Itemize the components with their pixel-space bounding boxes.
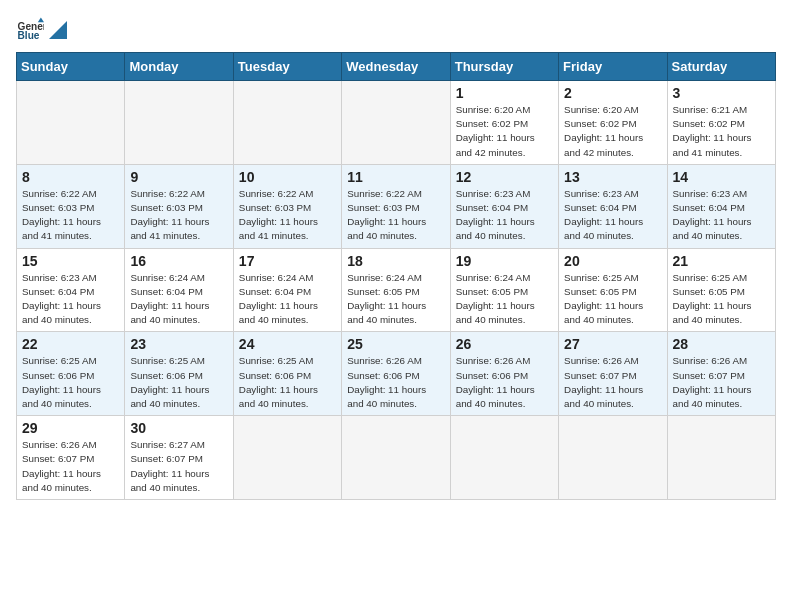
day-info: Sunrise: 6:26 AMSunset: 6:07 PMDaylight:… (22, 438, 119, 495)
calendar-day-cell: 20Sunrise: 6:25 AMSunset: 6:05 PMDayligh… (559, 248, 667, 332)
day-info: Sunrise: 6:20 AMSunset: 6:02 PMDaylight:… (564, 103, 661, 160)
day-info: Sunrise: 6:25 AMSunset: 6:06 PMDaylight:… (22, 354, 119, 411)
calendar-day-cell (233, 416, 341, 500)
calendar-day-cell: 11Sunrise: 6:22 AMSunset: 6:03 PMDayligh… (342, 164, 450, 248)
day-number: 20 (564, 253, 661, 269)
day-number: 8 (22, 169, 119, 185)
day-info: Sunrise: 6:26 AMSunset: 6:07 PMDaylight:… (673, 354, 770, 411)
calendar-day-cell: 16Sunrise: 6:24 AMSunset: 6:04 PMDayligh… (125, 248, 233, 332)
day-number: 21 (673, 253, 770, 269)
day-info: Sunrise: 6:25 AMSunset: 6:05 PMDaylight:… (673, 271, 770, 328)
day-number: 17 (239, 253, 336, 269)
day-number: 27 (564, 336, 661, 352)
day-number: 25 (347, 336, 444, 352)
calendar-day-cell: 30Sunrise: 6:27 AMSunset: 6:07 PMDayligh… (125, 416, 233, 500)
calendar-day-cell (342, 416, 450, 500)
calendar-week-row: 15Sunrise: 6:23 AMSunset: 6:04 PMDayligh… (17, 248, 776, 332)
calendar-day-cell: 17Sunrise: 6:24 AMSunset: 6:04 PMDayligh… (233, 248, 341, 332)
day-number: 15 (22, 253, 119, 269)
day-info: Sunrise: 6:25 AMSunset: 6:06 PMDaylight:… (239, 354, 336, 411)
calendar-day-cell: 24Sunrise: 6:25 AMSunset: 6:06 PMDayligh… (233, 332, 341, 416)
calendar-day-cell: 28Sunrise: 6:26 AMSunset: 6:07 PMDayligh… (667, 332, 775, 416)
day-number: 19 (456, 253, 553, 269)
calendar-day-cell: 25Sunrise: 6:26 AMSunset: 6:06 PMDayligh… (342, 332, 450, 416)
calendar-day-cell: 9Sunrise: 6:22 AMSunset: 6:03 PMDaylight… (125, 164, 233, 248)
calendar-day-cell: 15Sunrise: 6:23 AMSunset: 6:04 PMDayligh… (17, 248, 125, 332)
day-number: 3 (673, 85, 770, 101)
calendar-day-cell: 26Sunrise: 6:26 AMSunset: 6:06 PMDayligh… (450, 332, 558, 416)
day-number: 24 (239, 336, 336, 352)
day-number: 22 (22, 336, 119, 352)
calendar-day-cell: 10Sunrise: 6:22 AMSunset: 6:03 PMDayligh… (233, 164, 341, 248)
calendar-day-cell: 12Sunrise: 6:23 AMSunset: 6:04 PMDayligh… (450, 164, 558, 248)
day-info: Sunrise: 6:24 AMSunset: 6:05 PMDaylight:… (347, 271, 444, 328)
calendar-week-row: 29Sunrise: 6:26 AMSunset: 6:07 PMDayligh… (17, 416, 776, 500)
day-number: 11 (347, 169, 444, 185)
calendar-day-cell: 18Sunrise: 6:24 AMSunset: 6:05 PMDayligh… (342, 248, 450, 332)
day-info: Sunrise: 6:26 AMSunset: 6:06 PMDaylight:… (456, 354, 553, 411)
day-number: 26 (456, 336, 553, 352)
day-number: 29 (22, 420, 119, 436)
day-info: Sunrise: 6:23 AMSunset: 6:04 PMDaylight:… (456, 187, 553, 244)
day-info: Sunrise: 6:23 AMSunset: 6:04 PMDaylight:… (673, 187, 770, 244)
calendar-week-row: 8Sunrise: 6:22 AMSunset: 6:03 PMDaylight… (17, 164, 776, 248)
day-number: 12 (456, 169, 553, 185)
day-info: Sunrise: 6:24 AMSunset: 6:05 PMDaylight:… (456, 271, 553, 328)
calendar-day-cell: 8Sunrise: 6:22 AMSunset: 6:03 PMDaylight… (17, 164, 125, 248)
calendar-day-cell: 1Sunrise: 6:20 AMSunset: 6:02 PMDaylight… (450, 81, 558, 165)
day-info: Sunrise: 6:24 AMSunset: 6:04 PMDaylight:… (239, 271, 336, 328)
logo-triangle-icon (49, 21, 67, 39)
day-info: Sunrise: 6:21 AMSunset: 6:02 PMDaylight:… (673, 103, 770, 160)
day-info: Sunrise: 6:24 AMSunset: 6:04 PMDaylight:… (130, 271, 227, 328)
day-header-sunday: Sunday (17, 53, 125, 81)
day-info: Sunrise: 6:22 AMSunset: 6:03 PMDaylight:… (239, 187, 336, 244)
day-number: 18 (347, 253, 444, 269)
day-number: 28 (673, 336, 770, 352)
svg-marker-2 (38, 18, 44, 23)
calendar-day-cell (342, 81, 450, 165)
svg-marker-3 (49, 21, 67, 39)
day-number: 2 (564, 85, 661, 101)
day-info: Sunrise: 6:22 AMSunset: 6:03 PMDaylight:… (22, 187, 119, 244)
day-number: 10 (239, 169, 336, 185)
day-info: Sunrise: 6:20 AMSunset: 6:02 PMDaylight:… (456, 103, 553, 160)
day-number: 23 (130, 336, 227, 352)
calendar-day-cell (125, 81, 233, 165)
day-number: 13 (564, 169, 661, 185)
day-header-friday: Friday (559, 53, 667, 81)
day-header-saturday: Saturday (667, 53, 775, 81)
day-info: Sunrise: 6:25 AMSunset: 6:06 PMDaylight:… (130, 354, 227, 411)
day-number: 14 (673, 169, 770, 185)
calendar-day-cell (559, 416, 667, 500)
logo-icon: General Blue (16, 16, 44, 44)
day-info: Sunrise: 6:23 AMSunset: 6:04 PMDaylight:… (564, 187, 661, 244)
day-number: 30 (130, 420, 227, 436)
calendar-day-cell (450, 416, 558, 500)
calendar-day-cell: 21Sunrise: 6:25 AMSunset: 6:05 PMDayligh… (667, 248, 775, 332)
day-info: Sunrise: 6:27 AMSunset: 6:07 PMDaylight:… (130, 438, 227, 495)
logo: General Blue (16, 16, 68, 44)
day-info: Sunrise: 6:22 AMSunset: 6:03 PMDaylight:… (347, 187, 444, 244)
calendar-day-cell: 13Sunrise: 6:23 AMSunset: 6:04 PMDayligh… (559, 164, 667, 248)
day-header-wednesday: Wednesday (342, 53, 450, 81)
calendar-day-cell (667, 416, 775, 500)
calendar-day-cell (233, 81, 341, 165)
calendar-day-cell: 22Sunrise: 6:25 AMSunset: 6:06 PMDayligh… (17, 332, 125, 416)
day-info: Sunrise: 6:23 AMSunset: 6:04 PMDaylight:… (22, 271, 119, 328)
calendar-week-row: 1Sunrise: 6:20 AMSunset: 6:02 PMDaylight… (17, 81, 776, 165)
calendar-day-cell: 3Sunrise: 6:21 AMSunset: 6:02 PMDaylight… (667, 81, 775, 165)
day-header-thursday: Thursday (450, 53, 558, 81)
svg-text:Blue: Blue (18, 30, 40, 41)
day-info: Sunrise: 6:26 AMSunset: 6:07 PMDaylight:… (564, 354, 661, 411)
calendar-day-cell: 2Sunrise: 6:20 AMSunset: 6:02 PMDaylight… (559, 81, 667, 165)
calendar-week-row: 22Sunrise: 6:25 AMSunset: 6:06 PMDayligh… (17, 332, 776, 416)
calendar-header-row: SundayMondayTuesdayWednesdayThursdayFrid… (17, 53, 776, 81)
calendar-day-cell: 23Sunrise: 6:25 AMSunset: 6:06 PMDayligh… (125, 332, 233, 416)
day-number: 1 (456, 85, 553, 101)
day-info: Sunrise: 6:25 AMSunset: 6:05 PMDaylight:… (564, 271, 661, 328)
calendar-day-cell: 27Sunrise: 6:26 AMSunset: 6:07 PMDayligh… (559, 332, 667, 416)
day-header-tuesday: Tuesday (233, 53, 341, 81)
day-info: Sunrise: 6:26 AMSunset: 6:06 PMDaylight:… (347, 354, 444, 411)
day-info: Sunrise: 6:22 AMSunset: 6:03 PMDaylight:… (130, 187, 227, 244)
calendar-day-cell (17, 81, 125, 165)
